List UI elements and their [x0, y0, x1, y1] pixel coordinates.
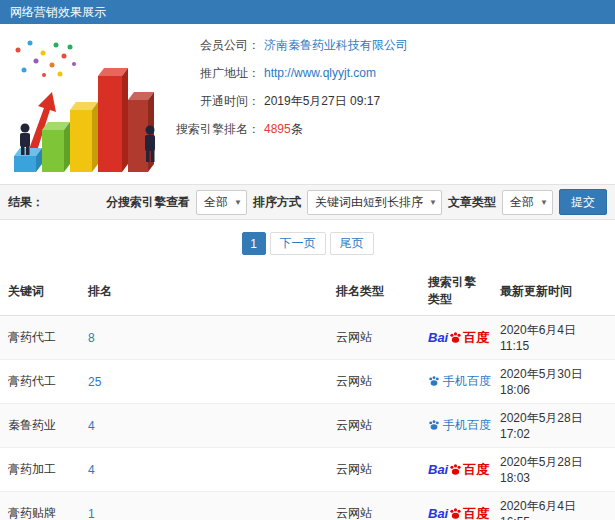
- baidu-logo-bai: Bai: [428, 506, 448, 520]
- rank-count-suffix: 条: [291, 122, 303, 136]
- baidu-logo: Bai 百度: [428, 329, 489, 347]
- engine-select[interactable]: 全部 ▼: [196, 190, 247, 215]
- mobile-baidu-label: 手机百度: [443, 417, 491, 434]
- baidu-logo-bai: Bai: [428, 330, 448, 345]
- article-type-select[interactable]: 全部 ▼: [502, 190, 553, 215]
- rank-type-cell: 云网站: [328, 404, 420, 448]
- rank-count-value: 4895: [264, 122, 291, 136]
- company-info-panel: 会员公司： 济南秦鲁药业科技有限公司 推广地址： http://www.qlyy…: [0, 24, 615, 184]
- updated-cell: 2020年6月4日 16:55: [492, 492, 615, 520]
- engine-select-value: 全部: [204, 194, 228, 211]
- company-info-rows: 会员公司： 济南秦鲁药业科技有限公司 推广地址： http://www.qlyy…: [168, 34, 615, 184]
- baidu-logo-cn: 百度: [463, 461, 489, 479]
- last-page-button[interactable]: 尾页: [330, 232, 374, 255]
- rank-count-label: 搜索引擎排名：: [168, 122, 260, 136]
- mobile-baidu-logo: 手机百度: [428, 373, 491, 390]
- pagination: 1 下一页 尾页: [0, 220, 615, 267]
- info-row-rank-count: 搜索引擎排名： 4895条: [168, 122, 615, 136]
- info-row-url: 推广地址： http://www.qlyyjt.com: [168, 66, 615, 80]
- keyword-cell: 秦鲁药业: [0, 404, 80, 448]
- sort-select[interactable]: 关键词由短到长排序 ▼: [307, 190, 442, 215]
- engine-cell: Bai 百度: [420, 316, 492, 360]
- header-keyword: 关键词: [0, 267, 80, 316]
- baidu-paw-icon: [449, 463, 462, 476]
- table-row: 膏药代工 25 云网站 手机百度 2020年5月30日 18:06: [0, 360, 615, 404]
- open-time-value: 2019年5月27日 09:17: [264, 94, 380, 108]
- table-header-row: 关键词 排名 排名类型 搜索引擎类型 最新更新时间: [0, 267, 615, 316]
- next-page-button[interactable]: 下一页: [270, 232, 326, 255]
- keyword-cell: 膏药代工: [0, 360, 80, 404]
- engine-cell: Bai 百度: [420, 448, 492, 492]
- engine-cell: 手机百度: [420, 404, 492, 448]
- page-1-button[interactable]: 1: [242, 232, 266, 255]
- table-row: 膏药代工 8 云网站 Bai 百度 2020年6月4日 11:15: [0, 316, 615, 360]
- baidu-logo-cn: 百度: [463, 505, 489, 520]
- company-link[interactable]: 济南秦鲁药业科技有限公司: [264, 38, 408, 52]
- rank-type-cell: 云网站: [328, 360, 420, 404]
- mobile-baidu-label: 手机百度: [443, 373, 491, 390]
- keyword-cell: 膏药贴牌: [0, 492, 80, 520]
- sort-select-value: 关键词由短到长排序: [315, 194, 423, 211]
- marketing-chart-illustration: [0, 34, 168, 184]
- rank-type-cell: 云网站: [328, 316, 420, 360]
- rank-link[interactable]: 1: [88, 507, 95, 520]
- page-title: 网络营销效果展示: [10, 4, 106, 21]
- header-engine-type: 搜索引擎类型: [420, 267, 492, 316]
- header-updated: 最新更新时间: [492, 267, 615, 316]
- engine-cell: 手机百度: [420, 360, 492, 404]
- mobile-baidu-logo: 手机百度: [428, 417, 491, 434]
- keyword-cell: 膏药加工: [0, 448, 80, 492]
- result-label: 结果：: [8, 194, 44, 211]
- rank-type-cell: 云网站: [328, 448, 420, 492]
- promotion-url-link[interactable]: http://www.qlyyjt.com: [264, 66, 376, 80]
- rank-link[interactable]: 4: [88, 419, 95, 433]
- updated-cell: 2020年5月30日 18:06: [492, 360, 615, 404]
- keyword-cell: 膏药代工: [0, 316, 80, 360]
- baidu-paw-icon: [449, 507, 462, 520]
- titlebar: 网络营销效果展示: [0, 0, 615, 24]
- filter-bar: 结果： 分搜索引擎查看 全部 ▼ 排序方式 关键词由短到长排序 ▼ 文章类型 全…: [0, 184, 615, 220]
- mobile-baidu-paw-icon: [428, 419, 440, 431]
- updated-cell: 2020年6月4日 11:15: [492, 316, 615, 360]
- updated-cell: 2020年5月28日 17:02: [492, 404, 615, 448]
- ranking-table: 关键词 排名 排名类型 搜索引擎类型 最新更新时间 膏药代工 8 云网站 Bai…: [0, 267, 615, 520]
- table-body: 膏药代工 8 云网站 Bai 百度 2020年6月4日 11:15 膏药代工 2…: [0, 316, 615, 520]
- chevron-down-icon: ▼: [234, 198, 242, 207]
- baidu-logo-bai: Bai: [428, 462, 448, 477]
- chevron-down-icon: ▼: [429, 198, 437, 207]
- company-label: 会员公司：: [168, 38, 260, 52]
- rank-link[interactable]: 8: [88, 331, 95, 345]
- header-rank-type: 排名类型: [328, 267, 420, 316]
- url-label: 推广地址：: [168, 66, 260, 80]
- engine-cell: Bai 百度: [420, 492, 492, 520]
- baidu-paw-icon: [449, 331, 462, 344]
- article-type-label: 文章类型: [448, 194, 496, 211]
- submit-button[interactable]: 提交: [559, 189, 607, 215]
- sort-filter-label: 排序方式: [253, 194, 301, 211]
- baidu-logo: Bai 百度: [428, 461, 489, 479]
- engine-filter-label: 分搜索引擎查看: [106, 194, 190, 211]
- table-row: 膏药加工 4 云网站 Bai 百度 2020年5月28日 18:03: [0, 448, 615, 492]
- info-row-open-time: 开通时间： 2019年5月27日 09:17: [168, 94, 615, 108]
- rank-link[interactable]: 4: [88, 463, 95, 477]
- baidu-logo-cn: 百度: [463, 329, 489, 347]
- rank-type-cell: 云网站: [328, 492, 420, 520]
- chevron-down-icon: ▼: [540, 198, 548, 207]
- mobile-baidu-paw-icon: [428, 375, 440, 387]
- header-rank: 排名: [80, 267, 328, 316]
- article-type-value: 全部: [510, 194, 534, 211]
- baidu-logo: Bai 百度: [428, 505, 489, 520]
- table-row: 膏药贴牌 1 云网站 Bai 百度 2020年6月4日 16:55: [0, 492, 615, 520]
- updated-cell: 2020年5月28日 18:03: [492, 448, 615, 492]
- rank-link[interactable]: 25: [88, 375, 101, 389]
- table-row: 秦鲁药业 4 云网站 手机百度 2020年5月28日 17:02: [0, 404, 615, 448]
- info-row-company: 会员公司： 济南秦鲁药业科技有限公司: [168, 38, 615, 52]
- open-time-label: 开通时间：: [168, 94, 260, 108]
